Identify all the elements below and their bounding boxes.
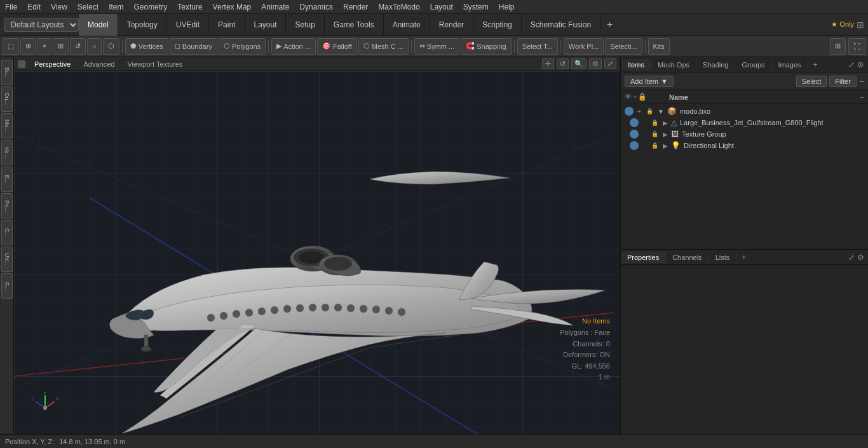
prop-tab-channels[interactable]: Channels	[666, 252, 709, 263]
side-btn-uv[interactable]: UV...	[1, 247, 13, 272]
viewport-ctrl-expand[interactable]: ⤢	[604, 58, 616, 69]
vertices-button[interactable]: ⬟ Vertices	[125, 38, 168, 55]
menu-help[interactable]: Help	[494, 1, 520, 13]
tab-topology[interactable]: Topology	[118, 14, 167, 36]
falloff-button[interactable]: 🎯 Falloff	[317, 38, 357, 55]
items-expand-icon[interactable]: ⤢	[848, 60, 855, 69]
select-button[interactable]: Select	[796, 76, 827, 87]
viewport-menu-icon[interactable]	[18, 60, 25, 68]
tool-icon-crosshair[interactable]: ⌖	[37, 38, 51, 55]
viewport-ctrl-zoom[interactable]: 🔍	[571, 58, 587, 69]
items-tab-add[interactable]: +	[808, 58, 823, 71]
tab-animate[interactable]: Animate	[384, 14, 430, 36]
viewport-ctrl-move[interactable]: ✛	[542, 58, 554, 69]
tab-bar-expand[interactable]: ⊞	[857, 20, 864, 30]
list-item[interactable]: 🔒 ▶ 🖼 Texture Group	[621, 128, 868, 140]
properties-expand-icon[interactable]: ⤢	[848, 253, 855, 262]
items-tab-shading[interactable]: Shading	[696, 59, 735, 71]
tool-icon-hex[interactable]: ⬡	[103, 38, 119, 55]
tab-model[interactable]: Model	[79, 14, 118, 36]
mesh-c-button[interactable]: ⬡ Mesh C ...	[358, 38, 409, 55]
action-button[interactable]: ▶ Action ...	[271, 38, 316, 55]
add-item-button[interactable]: Add Item ▼	[625, 76, 674, 87]
menu-view[interactable]: View	[46, 1, 72, 13]
menu-vertex-map[interactable]: Vertex Map	[208, 1, 257, 13]
menu-geometry[interactable]: Geometry	[129, 1, 173, 13]
tool-icon-ring[interactable]: ○	[87, 38, 102, 55]
side-btn-e[interactable]: E...	[1, 166, 13, 192]
work-pl-button[interactable]: Work Pl...	[564, 38, 604, 55]
list-item[interactable]: + 🔒 ▼ 📦 modo.bxo	[621, 105, 868, 117]
viewport-layout-btn[interactable]: ⊞	[830, 38, 846, 55]
item-visibility-modo[interactable]	[625, 107, 634, 116]
side-btn-du[interactable]: Du...	[1, 86, 13, 112]
viewport-ctrl-settings[interactable]: ⚙	[589, 58, 602, 69]
vp-tab-advanced[interactable]: Advanced	[79, 59, 118, 69]
menu-dynamics[interactable]: Dynamics	[294, 1, 338, 13]
side-btn-po[interactable]: Po...	[1, 193, 13, 219]
menu-select[interactable]: Select	[72, 1, 104, 13]
boundary-button[interactable]: ◻ Boundary	[170, 38, 217, 55]
tool-icon-circle[interactable]: ⊕	[20, 38, 36, 55]
menu-item[interactable]: Item	[104, 1, 128, 13]
filter-button[interactable]: Filter	[829, 76, 856, 87]
side-btn-c[interactable]: C...	[1, 220, 13, 245]
kits-button[interactable]: Kits	[648, 38, 670, 55]
tool-icon-rotate[interactable]: ↺	[70, 38, 86, 55]
tab-game-tools[interactable]: Game Tools	[325, 14, 384, 36]
menu-animate[interactable]: Animate	[256, 1, 294, 13]
menu-texture[interactable]: Texture	[172, 1, 207, 13]
prop-tab-lists[interactable]: Lists	[709, 252, 737, 263]
item-plus-icon[interactable]: +	[635, 107, 644, 116]
tab-add-button[interactable]: +	[600, 15, 619, 34]
side-btn-ve[interactable]: Ve...	[1, 140, 13, 165]
tool-icon-grid[interactable]: ⬚	[3, 38, 19, 55]
viewport-ctrl-rotate[interactable]: ↺	[557, 58, 569, 69]
side-btn-bi[interactable]: Bi...	[1, 60, 13, 85]
prop-tab-add[interactable]: +	[736, 251, 751, 264]
tab-setup[interactable]: Setup	[286, 14, 324, 36]
symm-button[interactable]: ⇔ Symm ...	[414, 38, 459, 55]
tab-layout[interactable]: Layout	[245, 14, 286, 36]
list-item[interactable]: 🔒 ▶ △ Large_Business_Jet_Gulfstream_G800…	[621, 117, 868, 128]
items-col-collapse[interactable]: −	[860, 93, 864, 101]
action-icon: ▶	[276, 42, 281, 50]
item-visibility-light[interactable]	[630, 141, 639, 150]
viewport-canvas[interactable]: No Items Polygons : Face Channels: 0 Def…	[14, 71, 620, 434]
tool-icon-cube[interactable]: ⊞	[53, 38, 69, 55]
selecti-button[interactable]: Selecti...	[605, 38, 642, 55]
list-item[interactable]: 🔒 ▶ 💡 Directional Light	[621, 140, 868, 151]
item-visibility-jet[interactable]	[630, 118, 639, 127]
menu-system[interactable]: System	[458, 1, 494, 13]
items-tab-mesh-ops[interactable]: Mesh Ops	[651, 59, 696, 71]
side-btn-me[interactable]: Me...	[1, 113, 13, 139]
polygons-button[interactable]: ⬡ Polygons	[219, 38, 266, 55]
snapping-button[interactable]: 🧲 Snapping	[461, 38, 512, 55]
items-list[interactable]: + 🔒 ▼ 📦 modo.bxo 🔒 ▶ △	[621, 104, 868, 249]
side-btn-f[interactable]: F...	[1, 273, 13, 299]
menu-render[interactable]: Render	[338, 1, 373, 13]
items-tab-images[interactable]: Images	[772, 59, 808, 71]
viewport-fullscreen-btn[interactable]: ⛶	[848, 38, 865, 55]
tab-paint[interactable]: Paint	[209, 14, 245, 36]
tab-render[interactable]: Render	[430, 14, 473, 36]
items-toolbar-collapse[interactable]: −	[859, 76, 864, 86]
menu-edit[interactable]: Edit	[22, 1, 46, 13]
select-t-button[interactable]: Select T...	[517, 38, 558, 55]
vp-tab-viewport-textures[interactable]: Viewport Textures	[123, 59, 186, 69]
vp-tab-perspective[interactable]: Perspective	[31, 59, 74, 69]
menu-file[interactable]: File	[0, 1, 22, 13]
col-add-icon[interactable]: +	[633, 93, 637, 101]
layout-dropdown[interactable]: Default Layouts	[4, 18, 79, 32]
items-tab-items[interactable]: Items	[621, 59, 651, 71]
item-visibility-texture[interactable]	[630, 130, 639, 139]
prop-tab-properties[interactable]: Properties	[621, 252, 666, 263]
tab-schematic-fusion[interactable]: Schematic Fusion	[522, 14, 600, 36]
menu-layout[interactable]: Layout	[425, 1, 458, 13]
tab-uvedit[interactable]: UVEdit	[167, 14, 209, 36]
items-settings-icon[interactable]: ⚙	[857, 60, 864, 69]
tab-scripting[interactable]: Scripting	[473, 14, 522, 36]
menu-maxtomodo[interactable]: MaxToModo	[373, 1, 424, 13]
properties-settings-icon[interactable]: ⚙	[857, 253, 864, 262]
items-tab-groups[interactable]: Groups	[735, 59, 771, 71]
